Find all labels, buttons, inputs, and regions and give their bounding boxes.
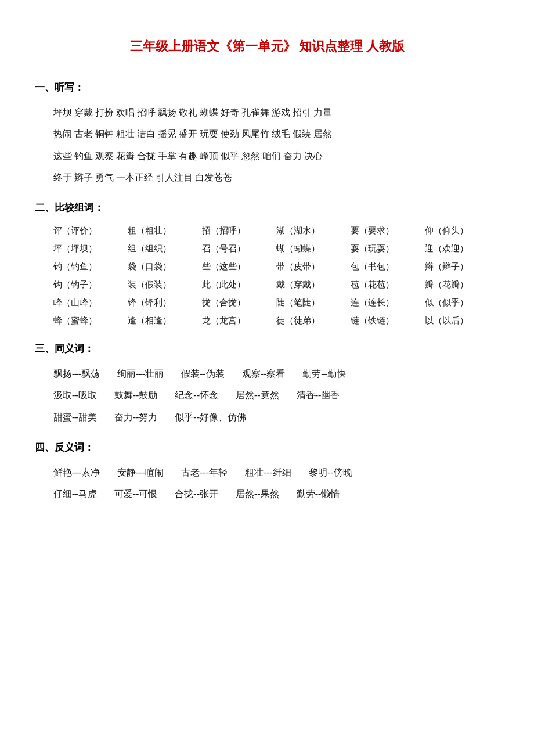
compare-item: 耍（玩耍） [351, 241, 425, 257]
compare-item: 连（连长） [351, 295, 425, 311]
compare-item: 带（皮带） [276, 259, 351, 275]
synonym-item: 居然--竟然 [236, 385, 279, 405]
compare-item: 以（以后） [425, 313, 499, 329]
antonym-item: 黎明--傍晚 [309, 462, 352, 483]
compare-item: 此（此处） [202, 277, 276, 293]
antonym-item: 粗壮---纤细 [245, 462, 291, 483]
compare-item: 钩（钩子） [53, 277, 128, 293]
dictation-section: 一、听写： 坪坝 穿戴 打扮 欢唱 招呼 飘扬 敬礼 蝴蝶 好奇 孔雀舞 游戏 … [35, 79, 499, 188]
antonym-row-1: 鲜艳---素净 安静---喧闹 古老---年轻 粗壮---纤细 黎明--傍晚 [35, 462, 499, 483]
compare-item: 似（似乎） [425, 295, 499, 311]
compare-item: 组（组织） [128, 241, 202, 257]
compare-item: 逢（相逢） [128, 313, 202, 329]
antonym-item: 安静---喧闹 [117, 462, 164, 483]
compare-item: 要（要求） [351, 223, 425, 239]
compare-item: 仰（仰头） [425, 223, 499, 239]
compare-item: 招（招呼） [202, 223, 276, 239]
synonym-item: 飘扬---飘荡 [53, 363, 100, 384]
page-title: 三年级上册语文《第一单元》 知识点整理 人教版 [35, 35, 499, 58]
compare-item: 袋（口袋） [128, 259, 202, 275]
compare-item: 评（评价） [53, 223, 128, 239]
synonym-item: 似乎--好像、仿佛 [175, 407, 246, 427]
synonym-item: 观察--察看 [242, 363, 286, 384]
antonym-item: 勤劳--懒惰 [297, 484, 340, 504]
compare-item: 峰（山峰） [53, 295, 128, 311]
synonym-item: 纪念--怀念 [175, 385, 218, 405]
synonym-row-2: 汲取--吸取 鼓舞--鼓励 纪念--怀念 居然--竟然 清香--幽香 [35, 385, 499, 405]
antonym-section: 四、反义词： 鲜艳---素净 安静---喧闹 古老---年轻 粗壮---纤细 黎… [35, 439, 499, 505]
compare-item: 坪（坪坝） [53, 241, 128, 257]
antonym-item: 仔细--马虎 [53, 484, 97, 504]
synonym-section: 三、同义词： 飘扬---飘荡 绚丽---壮丽 假装--伪装 观察--察看 勤劳-… [35, 340, 499, 427]
compare-item: 些（这些） [202, 259, 276, 275]
synonym-item: 甜蜜--甜美 [53, 407, 97, 427]
synonym-row-1: 飘扬---飘荡 绚丽---壮丽 假装--伪装 观察--察看 勤劳--勤快 [35, 363, 499, 384]
antonym-item: 居然--果然 [236, 484, 279, 504]
synonym-item: 汲取--吸取 [53, 385, 97, 405]
antonym-item: 可爱--可恨 [114, 484, 158, 504]
antonym-item: 合拢--张开 [175, 484, 218, 504]
antonym-title: 四、反义词： [35, 439, 499, 457]
compare-item: 装（假装） [128, 277, 202, 293]
compare-item: 拢（合拢） [202, 295, 276, 311]
synonym-item: 清香--幽香 [297, 385, 340, 405]
compare-item: 戴（穿戴） [276, 277, 351, 293]
dictation-row-4: 终于 辫子 勇气 一本正经 引人注目 白发苍苍 [35, 167, 499, 188]
compare-item: 粗（粗壮） [128, 223, 202, 239]
synonym-item: 勤劳--勤快 [302, 363, 346, 384]
compare-item: 龙（龙宫） [202, 313, 276, 329]
compare-item: 湖（湖水） [276, 223, 351, 239]
compare-title: 二、比较组词： [35, 199, 499, 217]
compare-item: 链（铁链） [351, 313, 425, 329]
compare-item: 迎（欢迎） [425, 241, 499, 257]
compare-item: 包（书包） [351, 259, 425, 275]
synonym-row-3: 甜蜜--甜美 奋力--努力 似乎--好像、仿佛 [35, 407, 499, 427]
compare-section: 二、比较组词： 评（评价） 粗（粗壮） 招（招呼） 湖（湖水） 要（要求） 仰（… [35, 199, 499, 329]
compare-item: 召（号召） [202, 241, 276, 257]
synonym-item: 奋力--努力 [114, 407, 158, 427]
antonym-row-2: 仔细--马虎 可爱--可恨 合拢--张开 居然--果然 勤劳--懒惰 [35, 484, 499, 504]
synonym-item: 绚丽---壮丽 [117, 363, 164, 384]
compare-grid: 评（评价） 粗（粗壮） 招（招呼） 湖（湖水） 要（要求） 仰（仰头） 坪（坪坝… [35, 223, 499, 329]
compare-item: 苞（花苞） [351, 277, 425, 293]
compare-item: 徒（徒弟） [276, 313, 351, 329]
compare-item: 蝴（蝴蝶） [276, 241, 351, 257]
compare-item: 辫（辫子） [425, 259, 499, 275]
synonym-item: 鼓舞--鼓励 [114, 385, 158, 405]
dictation-row-1: 坪坝 穿戴 打扮 欢唱 招呼 飘扬 敬礼 蝴蝶 好奇 孔雀舞 游戏 招引 力量 [35, 102, 499, 123]
compare-item: 瓣（花瓣） [425, 277, 499, 293]
dictation-row-3: 这些 钓鱼 观察 花瓣 合拢 手掌 有趣 峰顶 似乎 忽然 咱们 奋力 决心 [35, 146, 499, 166]
synonym-item: 假装--伪装 [181, 363, 225, 384]
dictation-row-2: 热闹 古老 铜钟 粗壮 洁白 摇晃 盛开 玩耍 使劲 风尾竹 绒毛 假装 居然 [35, 124, 499, 144]
compare-item: 钓（钓鱼） [53, 259, 128, 275]
compare-item: 锋（锋利） [128, 295, 202, 311]
compare-item: 陡（笔陡） [276, 295, 351, 311]
dictation-title: 一、听写： [35, 79, 499, 97]
compare-item: 蜂（蜜蜂） [53, 313, 128, 329]
antonym-item: 古老---年轻 [181, 462, 228, 483]
antonym-item: 鲜艳---素净 [53, 462, 100, 483]
synonym-title: 三、同义词： [35, 340, 499, 358]
